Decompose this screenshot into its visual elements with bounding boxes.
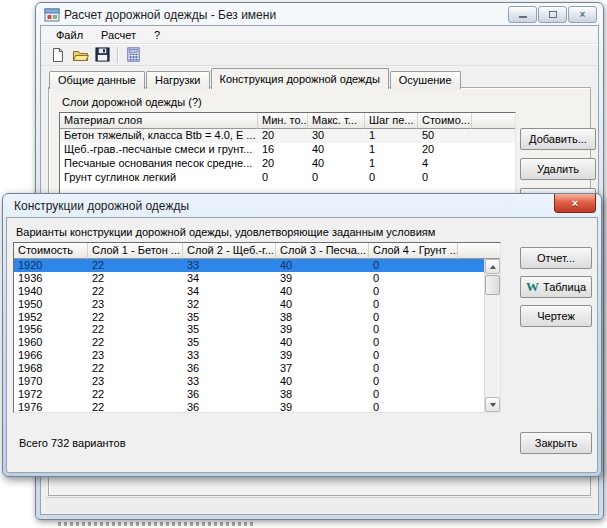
app-icon bbox=[44, 7, 60, 23]
table-cell-filler bbox=[458, 298, 484, 311]
table-row[interactable]: Песчаные основания песок средне...204014 bbox=[60, 157, 515, 171]
table-row[interactable]: 19402234400 bbox=[14, 285, 484, 298]
table-cell: 0 bbox=[369, 349, 458, 362]
table-row[interactable]: 19522235380 bbox=[14, 311, 484, 324]
table-cell-filler bbox=[458, 388, 484, 401]
table-cell: 23 bbox=[88, 375, 183, 388]
scroll-up-button[interactable] bbox=[485, 259, 500, 274]
dialog-close-button[interactable]: × bbox=[554, 194, 596, 213]
table-row[interactable]: 19602235400 bbox=[14, 336, 484, 349]
table-row[interactable]: 19662333390 bbox=[14, 349, 484, 362]
table-cell: 32 bbox=[183, 298, 276, 311]
dialog-subtitle: Варианты конструкции дорожной одежды, уд… bbox=[16, 226, 435, 238]
table-cell: 38 bbox=[276, 388, 369, 401]
table-cell: 35 bbox=[183, 336, 276, 349]
drawing-button[interactable]: Чертеж bbox=[520, 305, 592, 327]
table-cell: 1968 bbox=[14, 362, 88, 375]
tab-general-data[interactable]: Общие данные bbox=[49, 71, 145, 89]
delete-button[interactable]: Удалить bbox=[520, 158, 596, 180]
tab-pavement-construction[interactable]: Конструкция дорожной одежды bbox=[211, 68, 389, 89]
column-header[interactable]: Мин. то... bbox=[258, 113, 308, 129]
scrollbar-thumb[interactable] bbox=[485, 275, 500, 295]
dialog-title: Конструкции дорожной одежды bbox=[14, 199, 189, 213]
word-table-button[interactable]: W Таблица bbox=[520, 276, 592, 298]
toolbar-separator bbox=[117, 47, 118, 63]
new-document-button[interactable] bbox=[47, 45, 69, 65]
screen: Расчет дорожной одежды - Без имени × Фай… bbox=[0, 0, 607, 528]
table-cell-filler bbox=[472, 143, 515, 157]
table-cell-filler bbox=[458, 401, 484, 413]
tab-drainage[interactable]: Осушение bbox=[390, 71, 461, 89]
table-cell: 36 bbox=[183, 362, 276, 375]
table-cell: Бетон тяжелый, класса Btb = 4.0, Е ... bbox=[60, 129, 258, 143]
vertical-scrollbar[interactable] bbox=[484, 259, 500, 412]
window-controls: × bbox=[508, 6, 597, 23]
column-header[interactable]: Слой 2 - Щеб.-г... bbox=[183, 243, 276, 259]
table-cell: 39 bbox=[276, 401, 369, 413]
table-cell: 1970 bbox=[14, 375, 88, 388]
menu-file[interactable]: Файл bbox=[49, 27, 90, 43]
table-cell: 1920 bbox=[14, 259, 88, 272]
add-button[interactable]: Добавить... bbox=[520, 128, 596, 150]
toolbar bbox=[41, 44, 598, 66]
table-cell: 50 bbox=[418, 129, 472, 143]
table-cell: 1966 bbox=[14, 349, 88, 362]
save-button[interactable] bbox=[91, 45, 113, 65]
table-cell-filler bbox=[458, 272, 484, 285]
table-cell: 0 bbox=[369, 311, 458, 324]
word-table-button-label: Таблица bbox=[543, 281, 586, 293]
table-cell-filler bbox=[458, 375, 484, 388]
table-row[interactable]: 19762236390 bbox=[14, 401, 484, 413]
menu-help[interactable]: ? bbox=[147, 27, 167, 43]
table-cell: 40 bbox=[308, 157, 365, 171]
column-header[interactable]: Слой 4 - Грунт ... bbox=[369, 243, 458, 259]
column-header[interactable]: Шаг пе... bbox=[365, 113, 418, 129]
maximize-icon bbox=[549, 11, 557, 18]
table-cell-filler bbox=[472, 171, 515, 185]
variants-table-body: 1920223340019362234390194022344001950233… bbox=[14, 259, 484, 413]
table-cell-filler bbox=[458, 323, 484, 336]
close-button[interactable]: × bbox=[568, 6, 597, 23]
table-cell: 20 bbox=[418, 143, 472, 157]
column-header[interactable]: Материал слоя bbox=[60, 113, 258, 129]
table-cell: 22 bbox=[88, 323, 183, 336]
total-variants-label: Всего 732 вариантов bbox=[19, 437, 125, 449]
maximize-button[interactable] bbox=[538, 6, 567, 23]
table-row[interactable]: 19562235390 bbox=[14, 323, 484, 336]
column-header[interactable]: Слой 1 - Бетон ... bbox=[88, 243, 183, 259]
table-row[interactable]: 19702333400 bbox=[14, 375, 484, 388]
open-button[interactable] bbox=[69, 45, 91, 65]
table-cell: 0 bbox=[369, 388, 458, 401]
variants-table-header: СтоимостьСлой 1 - Бетон ...Слой 2 - Щеб.… bbox=[14, 243, 500, 259]
table-cell: 39 bbox=[276, 323, 369, 336]
constructions-dialog: Конструкции дорожной одежды × Варианты к… bbox=[2, 193, 602, 477]
table-cell-filler bbox=[458, 349, 484, 362]
column-header[interactable]: Слой 3 - Песча... bbox=[276, 243, 369, 259]
table-row[interactable]: Грунт суглинок легкий0000 bbox=[60, 171, 515, 185]
minimize-button[interactable] bbox=[508, 6, 537, 23]
column-header[interactable]: Макс. т... bbox=[308, 113, 365, 129]
dialog-close-action-button[interactable]: Закрыть bbox=[520, 432, 592, 454]
table-row[interactable]: 19682236370 bbox=[14, 362, 484, 375]
table-row[interactable]: 19202233400 bbox=[14, 259, 484, 272]
table-cell: 0 bbox=[258, 171, 308, 185]
table-row[interactable]: 19502332400 bbox=[14, 298, 484, 311]
report-button[interactable]: Отчет... bbox=[520, 247, 592, 269]
arrow-up-icon bbox=[490, 265, 496, 269]
table-cell: 0 bbox=[369, 362, 458, 375]
dialog-client: Варианты конструкции дорожной одежды, уд… bbox=[6, 217, 598, 473]
column-header[interactable]: Стоимо... bbox=[418, 113, 472, 129]
column-header[interactable]: Стоимость bbox=[14, 243, 88, 259]
table-row[interactable]: 19362234390 bbox=[14, 272, 484, 285]
table-row[interactable]: 19722236380 bbox=[14, 388, 484, 401]
table-row[interactable]: Щеб.-грав.-песчаные смеси и грунт...1640… bbox=[60, 143, 515, 157]
calculate-button[interactable] bbox=[122, 45, 144, 65]
table-cell: 39 bbox=[276, 349, 369, 362]
layers-table-header: Материал слояМин. то...Макс. т...Шаг пе.… bbox=[60, 113, 515, 129]
menu-calculation[interactable]: Расчет bbox=[94, 27, 143, 43]
table-row[interactable]: Бетон тяжелый, класса Btb = 4.0, Е ...20… bbox=[60, 129, 515, 143]
table-cell: 22 bbox=[88, 336, 183, 349]
scroll-down-button[interactable] bbox=[485, 397, 500, 412]
tab-loads[interactable]: Нагрузки bbox=[146, 71, 210, 89]
table-cell: 35 bbox=[183, 311, 276, 324]
